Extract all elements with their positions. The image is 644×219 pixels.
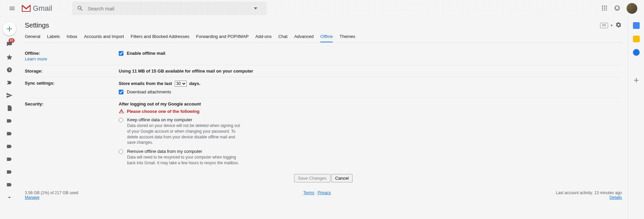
svg-point-5	[606, 7, 607, 8]
svg-point-3	[602, 7, 603, 8]
warning-icon	[119, 108, 124, 114]
chevron-down-icon[interactable]: ▼	[610, 24, 613, 27]
storage-text: Using 11 MB of 15 GB available for offli…	[119, 69, 622, 74]
gmail-m-icon	[21, 5, 31, 12]
search-options-dropdown[interactable]	[252, 6, 261, 11]
footer-privacy-link[interactable]: Privacy	[318, 190, 331, 195]
svg-point-4	[604, 7, 605, 8]
tab-forwarding-and-pop-imap[interactable]: Forwarding and POP/IMAP	[196, 32, 249, 42]
tasks-addon-icon[interactable]	[633, 49, 640, 56]
keep-data-desc: Data stored on your device will not be d…	[127, 123, 241, 145]
page-title: Settings	[25, 21, 49, 29]
enable-offline-checkbox[interactable]	[119, 51, 123, 56]
calendar-addon-icon[interactable]	[633, 22, 640, 29]
enable-offline-label: Enable offline mail	[127, 51, 165, 56]
tab-accounts-and-import[interactable]: Accounts and Import	[84, 32, 124, 42]
svg-point-1	[604, 5, 605, 6]
snoozed-item[interactable]	[5, 66, 13, 74]
footer-manage-link[interactable]: Manage	[25, 195, 39, 200]
gmail-logo[interactable]: Gmail	[21, 4, 52, 13]
label-item[interactable]	[5, 168, 13, 176]
security-label: Security:	[25, 101, 44, 106]
input-tools-icon[interactable]: ⌨	[600, 23, 608, 28]
tab-themes[interactable]: Themes	[339, 32, 355, 42]
inbox-item[interactable]: 83	[5, 40, 13, 48]
tab-advanced[interactable]: Advanced	[294, 32, 314, 42]
download-attachments-checkbox[interactable]	[119, 90, 123, 94]
starred-item[interactable]	[5, 53, 13, 61]
compose-button[interactable]	[3, 22, 16, 36]
svg-point-2	[606, 5, 607, 6]
profile-avatar[interactable]	[627, 3, 637, 14]
sync-days-select[interactable]: 30	[175, 81, 187, 87]
inbox-badge: 83	[9, 38, 14, 43]
storage-label: Storage:	[25, 69, 43, 74]
top-bar: Gmail	[0, 0, 644, 17]
tab-add-ons[interactable]: Add-ons	[255, 32, 271, 42]
sync-label: Sync settings:	[25, 81, 55, 86]
svg-point-0	[602, 5, 603, 6]
gmail-logo-text: Gmail	[33, 4, 52, 13]
search-input[interactable]	[88, 6, 252, 11]
download-attachments-label: Download attachments	[127, 89, 171, 94]
offline-label: Offline:	[25, 51, 40, 56]
security-heading: After logging out of my Google account	[119, 101, 622, 106]
svg-point-7	[604, 9, 605, 10]
security-warning-text: Please choose one of the following	[127, 109, 200, 114]
search-icon	[77, 5, 84, 12]
label-item[interactable]	[5, 130, 13, 138]
sent-item[interactable]	[5, 91, 13, 99]
keep-addon-icon[interactable]	[633, 36, 640, 42]
remove-data-desc: Data will need to be resynced to your co…	[127, 155, 241, 166]
keep-data-radio[interactable]	[119, 118, 123, 122]
label-item[interactable]	[5, 155, 13, 163]
important-item[interactable]	[5, 79, 13, 87]
search-box[interactable]	[72, 2, 267, 15]
main-menu-button[interactable]	[4, 5, 20, 12]
svg-point-8	[606, 9, 607, 10]
right-rail	[628, 17, 644, 219]
keep-data-title: Keep offline data on my computer	[127, 117, 241, 122]
footer-details-link[interactable]: Details	[609, 195, 622, 200]
google-apps-icon[interactable]	[601, 5, 608, 12]
footer-terms-link[interactable]: Terms	[303, 190, 314, 195]
tab-filters-and-blocked-addresses[interactable]: Filters and Blocked Addresses	[131, 32, 190, 42]
notifications-icon[interactable]	[614, 5, 621, 12]
tab-chat[interactable]: Chat	[278, 32, 287, 42]
tab-labels[interactable]: Labels	[47, 32, 60, 42]
settings-tabs: GeneralLabelsInboxAccounts and ImportFil…	[25, 32, 622, 43]
cancel-button[interactable]: Cancel	[331, 174, 352, 182]
more-item[interactable]	[5, 193, 13, 202]
drafts-item[interactable]	[5, 104, 13, 112]
get-addons-icon[interactable]	[633, 77, 640, 85]
label-item[interactable]	[5, 117, 13, 125]
sync-prefix: Store emails from the last	[119, 81, 172, 86]
label-item[interactable]	[5, 181, 13, 189]
tab-offline[interactable]: Offline	[320, 32, 333, 42]
save-changes-button[interactable]: Save Changes	[294, 174, 330, 182]
svg-rect-12	[9, 29, 10, 29]
remove-data-radio[interactable]	[119, 149, 123, 154]
content-area: Settings ⌨ ▼ GeneralLabelsInboxAccounts …	[19, 17, 628, 219]
sync-suffix: days.	[189, 81, 200, 86]
tab-general[interactable]: General	[25, 32, 40, 42]
label-item[interactable]	[5, 142, 13, 150]
settings-gear-icon[interactable]	[615, 21, 622, 29]
tab-inbox[interactable]: Inbox	[67, 32, 77, 42]
footer-activity: Last account activity: 13 minutes ago	[556, 190, 622, 195]
remove-data-title: Remove offline data from my computer	[127, 149, 241, 154]
footer-storage: 3.56 GB (1%) of 217 GB used	[25, 190, 78, 195]
left-rail: 83	[0, 17, 19, 219]
svg-point-6	[602, 9, 603, 10]
learn-more-link[interactable]: Learn more	[25, 56, 119, 61]
